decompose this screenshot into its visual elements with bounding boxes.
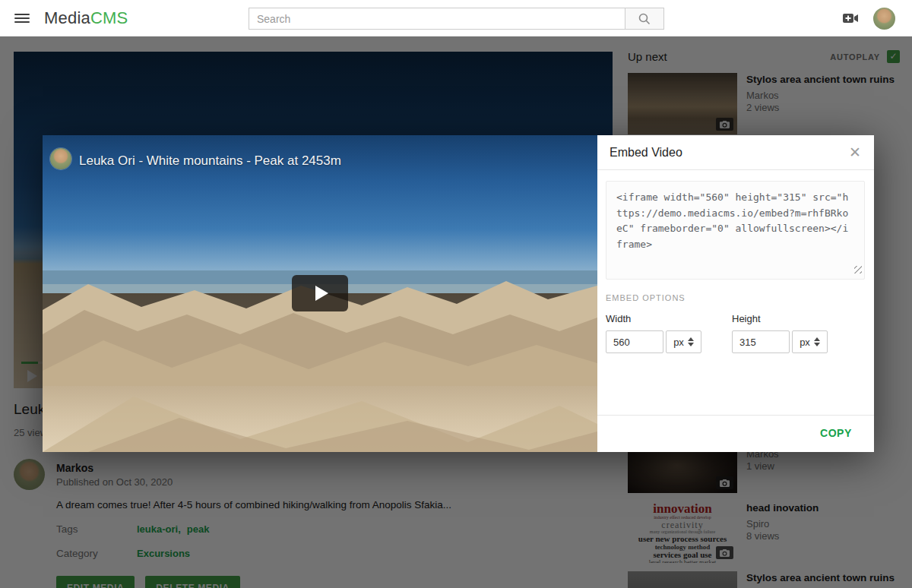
height-label: Height [732, 313, 850, 324]
spinner-arrows-icon [814, 337, 820, 346]
user-avatar[interactable] [873, 8, 895, 30]
textarea-resize-handle-icon[interactable] [854, 266, 862, 273]
width-input[interactable] [606, 330, 663, 353]
search-icon [638, 12, 651, 26]
top-navbar: MediaCMS [0, 0, 912, 36]
play-icon [315, 286, 328, 301]
search-bar [249, 8, 664, 30]
embed-video-preview[interactable]: Leuka Ori - White mountains - Peak at 24… [43, 135, 597, 452]
preview-video-title: Leuka Ori - White mountains - Peak at 24… [79, 153, 341, 169]
embed-video-modal: Embed Video ✕ <iframe width="560" height… [597, 135, 874, 452]
width-unit-select[interactable]: px [666, 330, 701, 353]
height-input[interactable] [732, 330, 790, 353]
embed-options-label: EMBED OPTIONS [606, 293, 865, 302]
width-label: Width [606, 313, 724, 324]
modal-header: Embed Video ✕ [597, 135, 874, 170]
embed-options-fields: Width px Height px [606, 304, 865, 353]
embed-code-textarea[interactable]: <iframe width="560" height="315" src="ht… [606, 181, 865, 280]
add-media-icon[interactable] [842, 11, 859, 26]
spinner-arrows-icon [688, 337, 694, 346]
width-field: Width px [606, 304, 724, 353]
height-unit-value: px [800, 337, 810, 348]
modal-footer: COPY [597, 415, 874, 452]
modal-title: Embed Video [610, 146, 682, 160]
copy-button[interactable]: COPY [820, 427, 852, 439]
close-icon[interactable]: ✕ [846, 144, 864, 162]
embed-popup: Leuka Ori - White mountains - Peak at 24… [43, 135, 874, 452]
search-button[interactable] [625, 8, 664, 30]
preview-play-button[interactable] [292, 275, 348, 311]
width-unit-value: px [673, 337, 684, 348]
logo[interactable]: MediaCMS [44, 8, 128, 28]
menu-icon[interactable] [14, 11, 30, 25]
modal-body: <iframe width="560" height="315" src="ht… [597, 170, 874, 353]
preview-uploader-avatar [50, 148, 71, 169]
logo-cms: CMS [90, 8, 128, 27]
height-unit-select[interactable]: px [792, 330, 828, 353]
search-input[interactable] [249, 8, 625, 30]
height-field: Height px [732, 304, 850, 353]
logo-media: Media [44, 8, 90, 27]
